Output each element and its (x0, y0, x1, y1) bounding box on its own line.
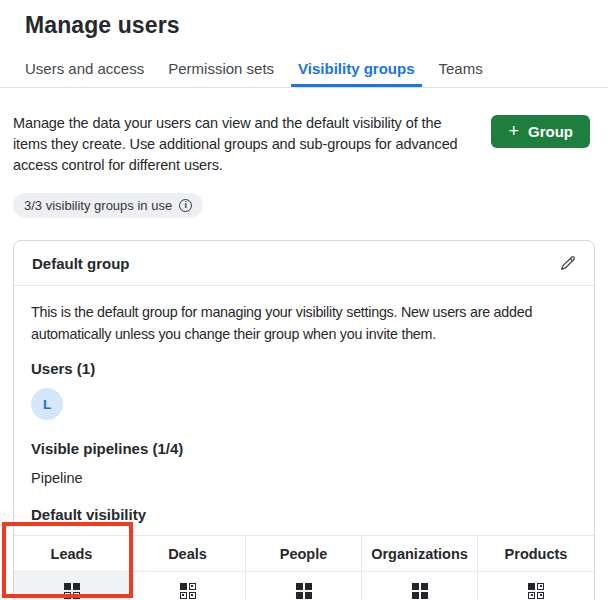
group-card-header: Default group (14, 241, 594, 286)
users-heading: Users (1) (31, 360, 577, 377)
usage-badge-text: 3/3 visibility groups in use (24, 198, 172, 213)
visibility-cell-deals[interactable] (130, 572, 246, 600)
add-group-button-label: Group (528, 123, 573, 140)
grid-visibility-icon (412, 583, 428, 599)
user-avatar[interactable]: L (31, 388, 63, 420)
usage-badge: 3/3 visibility groups in use i (13, 193, 203, 218)
column-header-products: Products (478, 536, 594, 572)
plus-icon: + (508, 122, 519, 140)
visibility-cell-people[interactable] (246, 572, 362, 600)
grid-visibility-icon (296, 583, 312, 599)
tab-permission-sets[interactable]: Permission sets (161, 55, 281, 87)
tab-teams[interactable]: Teams (432, 55, 490, 87)
column-header-organizations: Organizations (362, 536, 478, 572)
edit-pencil-icon[interactable] (559, 255, 576, 272)
visibility-cell-leads[interactable] (14, 572, 130, 600)
column-header-people: People (246, 536, 362, 572)
column-header-leads: Leads (14, 536, 130, 572)
visibility-cell-products[interactable] (478, 572, 594, 600)
grid-visibility-icon (180, 583, 196, 599)
default-visibility-table: Leads Deals People Organizations Product… (14, 535, 594, 600)
group-card-title: Default group (32, 255, 130, 272)
intro-description: Manage the data your users can view and … (13, 113, 465, 176)
info-icon[interactable]: i (179, 199, 192, 212)
default-visibility-heading: Default visibility (31, 506, 577, 523)
grid-visibility-icon (64, 583, 80, 599)
pipelines-heading: Visible pipelines (1/4) (31, 440, 577, 457)
add-group-button[interactable]: + Group (491, 115, 590, 148)
page-title: Manage users (25, 12, 608, 39)
default-group-card: Default group This is the default group … (13, 240, 595, 600)
column-header-deals: Deals (130, 536, 246, 572)
intro-row: Manage the data your users can view and … (0, 113, 608, 176)
grid-visibility-icon (528, 583, 544, 599)
pipeline-name: Pipeline (31, 470, 577, 486)
tab-users-and-access[interactable]: Users and access (18, 55, 151, 87)
visibility-cell-organizations[interactable] (362, 572, 478, 600)
group-card-body: This is the default group for managing y… (14, 286, 594, 523)
tabs-bar: Users and access Permission sets Visibil… (0, 55, 608, 88)
tab-visibility-groups[interactable]: Visibility groups (291, 55, 421, 87)
manage-users-page: Manage users Users and access Permission… (0, 0, 608, 600)
group-card-description: This is the default group for managing y… (31, 302, 577, 345)
